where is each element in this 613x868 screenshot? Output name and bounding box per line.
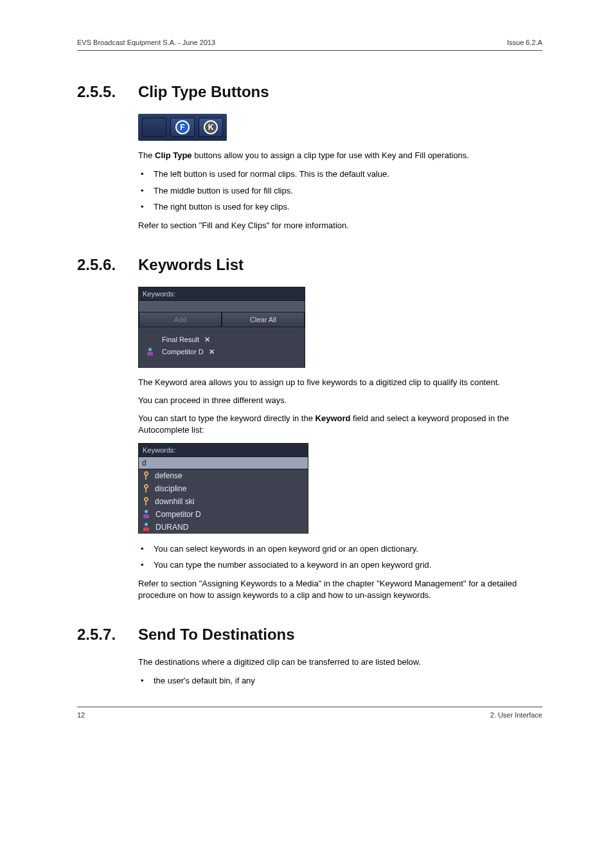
autocomplete-item[interactable]: downhill ski [139, 495, 308, 508]
body-text: The destinations where a digitized clip … [138, 656, 542, 668]
autocomplete-list: defense discipline downhill ski Competit… [139, 469, 308, 534]
body-text: The Clip Type buttons allow you to assig… [138, 150, 542, 161]
autocomplete-label: downhill ski [155, 497, 194, 506]
keywords-autocomplete-figure: Keywords: d defense discipline downhill … [138, 443, 542, 534]
text-bold: Keyword [315, 413, 351, 423]
section-number: 2.5.5. [77, 83, 138, 101]
text-bold: Clip Type [155, 150, 192, 160]
header-right: Issue 6.2.A [507, 39, 542, 46]
list-item-text: the user's default bin, if any [154, 674, 542, 687]
clear-all-button[interactable]: Clear All [222, 312, 305, 327]
person-icon [147, 348, 154, 356]
list-item: •The right button is used for key clips. [138, 201, 542, 213]
autocomplete-label: defense [155, 471, 182, 480]
remove-keyword-icon[interactable]: ✕ [204, 336, 210, 344]
bullet-icon: • [138, 543, 154, 556]
section-title: Clip Type Buttons [138, 83, 269, 101]
clip-type-fill-button[interactable]: F [170, 118, 195, 137]
bullet-list: •You can select keywords in an open keyw… [138, 543, 542, 572]
body-text: Refer to section "Fill and Key Clips" fo… [138, 220, 542, 231]
key-icon [143, 471, 150, 480]
text-run: The [138, 150, 155, 160]
list-item-text: You can type the number associated to a … [154, 559, 542, 572]
footer-page-number: 12 [77, 711, 85, 719]
body-text: The Keyword area allows you to assign up… [138, 377, 542, 388]
page-footer: 12 2. User Interface [77, 707, 542, 719]
autocomplete-label: Competitor D [155, 510, 201, 519]
autocomplete-item[interactable]: DURAND [139, 521, 308, 534]
key-icon [143, 497, 150, 505]
keywords-input[interactable] [139, 300, 305, 312]
page-header: EVS Broadcast Equipment S.A. - June 2013… [77, 39, 542, 51]
fill-icon: F [175, 120, 190, 134]
document-page: EVS Broadcast Equipment S.A. - June 2013… [0, 0, 613, 745]
keywords-panel-title: Keywords: [139, 444, 308, 457]
list-item: •the user's default bin, if any [138, 674, 542, 687]
list-item: •You can select keywords in an open keyw… [138, 543, 542, 556]
bullet-icon: • [138, 559, 154, 572]
bullet-icon: • [138, 674, 154, 687]
autocomplete-item[interactable]: Competitor D [139, 508, 308, 521]
text-run: You can start to type the keyword direct… [138, 413, 315, 423]
keywords-input[interactable]: d [139, 457, 308, 469]
autocomplete-label: DURAND [155, 523, 188, 532]
remove-keyword-icon[interactable]: ✕ [209, 348, 215, 356]
clip-type-normal-button[interactable] [142, 118, 166, 137]
list-item-text: The right button is used for key clips. [154, 201, 542, 213]
add-button[interactable]: Add [139, 312, 222, 327]
bullet-icon: • [138, 201, 154, 213]
body-text: Refer to section "Assigning Keywords to … [138, 578, 542, 601]
bullet-list: •the user's default bin, if any [138, 674, 542, 687]
clip-type-buttons-figure: F K [138, 114, 542, 141]
section-number: 2.5.7. [77, 626, 138, 644]
section-heading-2-5-5: 2.5.5. Clip Type Buttons [77, 83, 542, 101]
keyword-label: Final Result [162, 336, 199, 343]
key-icon [143, 484, 150, 493]
body-text: You can proceed in three different ways. [138, 395, 542, 406]
keyword-label: Competitor D [162, 348, 204, 356]
keywords-list: Final Result ✕ Competitor D ✕ [139, 327, 305, 367]
footer-chapter: 2. User Interface [490, 711, 542, 719]
section-number: 2.5.6. [77, 256, 138, 274]
bullet-list: •The left button is used for normal clip… [138, 168, 542, 213]
keywords-panel-figure: Keywords: Add Clear All Final Result ✕ C… [138, 287, 542, 368]
section-title: Keywords List [138, 256, 244, 274]
section-title: Send To Destinations [138, 626, 295, 644]
autocomplete-label: discipline [155, 484, 186, 493]
list-item: •You can type the number associated to a… [138, 559, 542, 572]
list-item: •The left button is used for normal clip… [138, 168, 542, 181]
key-icon: K [204, 120, 218, 134]
person-icon [143, 523, 150, 531]
section-heading-2-5-7: 2.5.7. Send To Destinations [77, 626, 542, 644]
autocomplete-item[interactable]: discipline [139, 482, 308, 495]
person-icon [143, 510, 150, 518]
keyword-item: Final Result ✕ [145, 334, 298, 346]
section-heading-2-5-6: 2.5.6. Keywords List [77, 256, 542, 274]
list-item-text: The left button is used for normal clips… [154, 168, 542, 181]
clip-type-key-button[interactable]: K [199, 118, 223, 137]
body-text: You can start to type the keyword direct… [138, 413, 542, 436]
header-left: EVS Broadcast Equipment S.A. - June 2013 [77, 39, 215, 46]
list-item-text: You can select keywords in an open keywo… [154, 543, 542, 556]
autocomplete-item[interactable]: defense [139, 469, 308, 482]
bullet-icon: • [138, 185, 154, 197]
list-item: •The middle button is used for fill clip… [138, 185, 542, 197]
bullet-icon: • [138, 168, 154, 181]
keywords-panel-title: Keywords: [139, 287, 305, 300]
keyword-item: Competitor D ✕ [145, 346, 298, 358]
text-run: buttons allow you to assign a clip type … [192, 150, 469, 160]
list-item-text: The middle button is used for fill clips… [154, 185, 542, 197]
